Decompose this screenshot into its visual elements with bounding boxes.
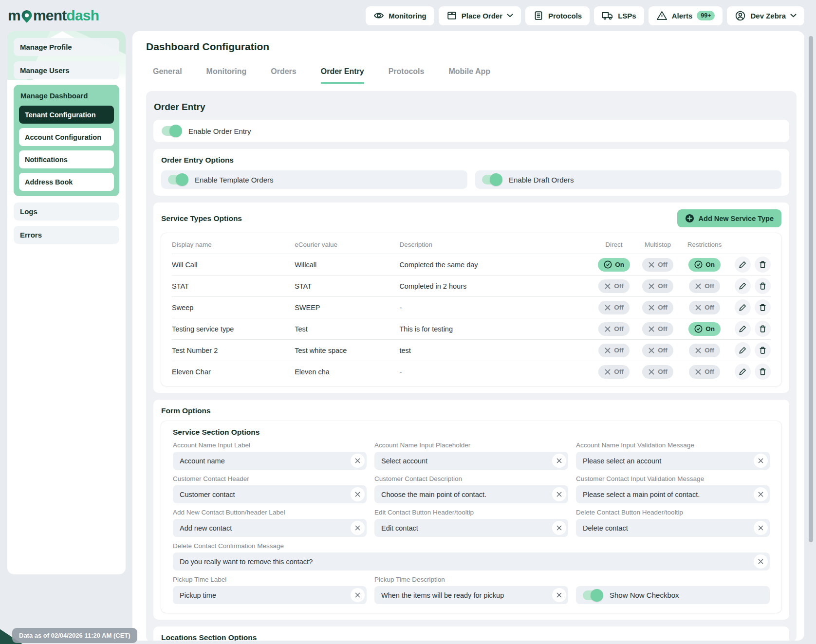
multistop-toggle-pill[interactable]: Off [642, 301, 673, 314]
field-label: Pickup Time Label [173, 576, 367, 584]
sidebar-item-tenant-configuration[interactable]: Tenant Configuration [19, 106, 114, 124]
protocols-button[interactable]: Protocols [525, 6, 590, 25]
delete-confirmation-input[interactable] [173, 552, 770, 570]
clear-input-button[interactable] [552, 521, 566, 535]
cell-display-name: Testing service type [172, 325, 295, 333]
tab-bar: General Monitoring Orders Order Entry Pr… [153, 67, 797, 84]
delete-service-type-button[interactable] [755, 342, 771, 358]
account-name-placeholder-input[interactable] [374, 452, 568, 470]
restrictions-toggle-pill[interactable]: Off [689, 301, 720, 314]
multistop-toggle-pill[interactable]: Off [642, 344, 673, 357]
scrollbar-thumb[interactable] [809, 36, 813, 542]
lsps-button[interactable]: LSPs [594, 6, 644, 25]
edit-service-type-button[interactable] [735, 299, 751, 315]
enable-order-entry-toggle[interactable] [162, 126, 181, 136]
place-order-button[interactable]: Place Order [439, 6, 521, 25]
cell-display-name: Eleven Char [172, 368, 295, 376]
delete-service-type-button[interactable] [755, 299, 771, 315]
monitoring-button[interactable]: Monitoring [366, 6, 434, 25]
sidebar-item-account-configuration[interactable]: Account Configuration [19, 128, 114, 146]
clear-input-button[interactable] [552, 454, 566, 468]
pill-state-label: Off [614, 304, 624, 311]
restrictions-toggle-pill[interactable]: On [688, 258, 721, 272]
direct-toggle-pill[interactable]: On [598, 258, 630, 272]
service-section-options-card: Service Section Options Account Name Inp… [161, 421, 781, 613]
x-icon [758, 525, 764, 531]
alerts-button[interactable]: Alerts 99+ [649, 6, 723, 25]
clear-input-button[interactable] [754, 521, 768, 535]
edit-service-type-button[interactable] [735, 342, 751, 358]
clear-input-button[interactable] [351, 588, 365, 602]
add-new-contact-input[interactable] [173, 519, 367, 537]
clear-input-button[interactable] [754, 454, 768, 468]
sidebar-item-errors[interactable]: Errors [14, 226, 119, 244]
field-label: Delete Contact Button Header/tooltip [576, 509, 770, 516]
logo-text-m: m [8, 7, 20, 24]
multistop-toggle-pill[interactable]: Off [642, 279, 673, 293]
tab-order-entry[interactable]: Order Entry [321, 67, 364, 84]
direct-toggle-pill[interactable]: Off [598, 279, 630, 293]
pickup-time-label-input[interactable] [173, 586, 367, 604]
delete-service-type-button[interactable] [755, 321, 771, 337]
enable-template-orders-toggle[interactable] [168, 175, 187, 184]
tab-monitoring[interactable]: Monitoring [206, 67, 247, 84]
document-icon [533, 10, 544, 21]
sidebar-item-manage-users[interactable]: Manage Users [14, 61, 119, 79]
edit-service-type-button[interactable] [735, 364, 751, 380]
tab-protocols[interactable]: Protocols [389, 67, 425, 84]
sidebar-item-address-book[interactable]: Address Book [19, 173, 114, 191]
clear-input-button[interactable] [351, 454, 365, 468]
sidebar-item-notifications[interactable]: Notifications [19, 150, 114, 168]
cell-description: - [399, 304, 593, 312]
delete-service-type-button[interactable] [755, 278, 771, 294]
account-name-validation-input[interactable] [576, 452, 770, 470]
pickup-time-description-input[interactable] [374, 586, 568, 604]
direct-toggle-pill[interactable]: Off [598, 301, 630, 314]
top-navigation: Monitoring Place Order Protocols [366, 6, 804, 25]
edit-service-type-button[interactable] [735, 321, 751, 337]
show-now-checkbox-toggle[interactable] [583, 590, 602, 600]
tab-mobile-app[interactable]: Mobile App [448, 67, 490, 84]
clear-input-button[interactable] [754, 487, 768, 501]
clear-input-button[interactable] [552, 487, 566, 501]
multistop-toggle-pill[interactable]: Off [642, 322, 673, 336]
restrictions-toggle-pill[interactable]: Off [689, 344, 720, 357]
momentdash-logo[interactable]: m ment dash [8, 7, 99, 24]
delete-service-type-button[interactable] [755, 257, 771, 273]
delete-contact-input[interactable] [576, 519, 770, 537]
field-edit-contact: Edit Contact Button Header/tooltip [374, 509, 568, 537]
edit-contact-input[interactable] [374, 519, 568, 537]
user-menu-button[interactable]: Dev Zebra [727, 6, 804, 25]
sidebar-item-logs[interactable]: Logs [14, 202, 119, 221]
restrictions-toggle-pill[interactable]: Off [689, 279, 720, 293]
edit-service-type-button[interactable] [735, 257, 751, 273]
clear-input-button[interactable] [552, 588, 566, 602]
clear-input-button[interactable] [754, 554, 768, 569]
customer-contact-header-input[interactable] [173, 485, 367, 503]
clear-input-button[interactable] [351, 521, 365, 535]
customer-contact-validation-input[interactable] [576, 485, 770, 503]
scrollbar-track[interactable] [809, 36, 813, 640]
sidebar-item-label: Notifications [25, 156, 68, 164]
sidebar-item-manage-profile[interactable]: Manage Profile [14, 38, 119, 56]
direct-toggle-pill[interactable]: Off [598, 365, 630, 379]
form-options-heading: Form Options [161, 406, 781, 415]
tab-general[interactable]: General [153, 67, 182, 84]
edit-service-type-button[interactable] [735, 278, 751, 294]
sidebar-group-label[interactable]: Manage Dashboard [19, 91, 114, 106]
delete-service-type-button[interactable] [755, 364, 771, 380]
account-name-label-input[interactable] [173, 452, 367, 470]
clear-input-button[interactable] [351, 487, 365, 501]
direct-toggle-pill[interactable]: Off [598, 322, 630, 336]
customer-contact-description-input[interactable] [374, 485, 568, 503]
trash-icon [759, 303, 767, 312]
direct-toggle-pill[interactable]: Off [598, 344, 630, 357]
restrictions-toggle-pill[interactable]: On [688, 322, 721, 336]
multistop-toggle-pill[interactable]: Off [642, 365, 673, 379]
restrictions-toggle-pill[interactable]: Off [689, 365, 720, 379]
enable-draft-orders-toggle[interactable] [482, 175, 501, 184]
multistop-toggle-pill[interactable]: Off [642, 258, 673, 272]
add-new-service-type-button[interactable]: Add New Service Type [677, 209, 781, 227]
tab-orders[interactable]: Orders [271, 67, 296, 84]
pencil-icon [739, 368, 747, 376]
